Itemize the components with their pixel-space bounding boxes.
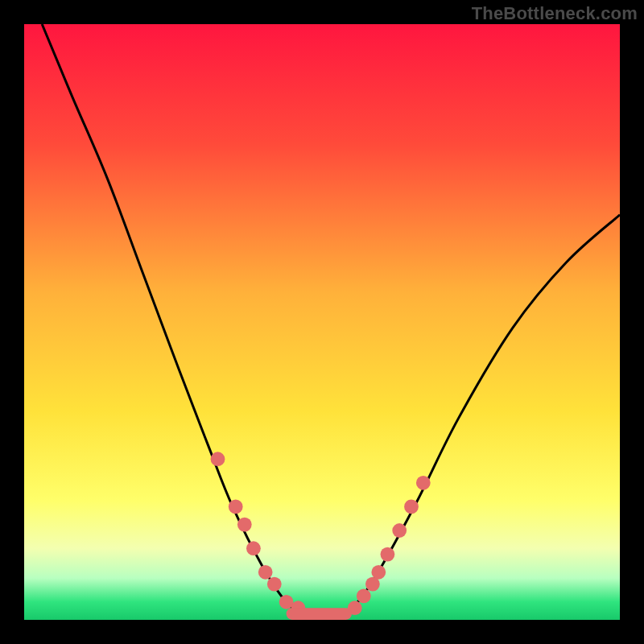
data-marker	[237, 518, 252, 532]
gradient-background	[24, 24, 620, 620]
data-marker	[404, 500, 419, 514]
data-marker	[258, 565, 273, 580]
flat-minimum-bar	[287, 608, 352, 620]
chart-frame: TheBottleneck.com	[0, 0, 644, 644]
bottleneck-curve-chart	[24, 24, 620, 620]
data-marker	[371, 565, 386, 580]
data-marker	[267, 577, 282, 592]
watermark-text: TheBottleneck.com	[472, 3, 638, 24]
data-marker	[229, 500, 243, 514]
data-marker	[211, 452, 225, 466]
data-marker	[357, 589, 371, 604]
data-marker	[392, 523, 407, 538]
data-marker	[246, 541, 261, 555]
plot-area	[24, 24, 620, 620]
data-marker	[381, 547, 395, 562]
data-marker	[416, 476, 431, 490]
